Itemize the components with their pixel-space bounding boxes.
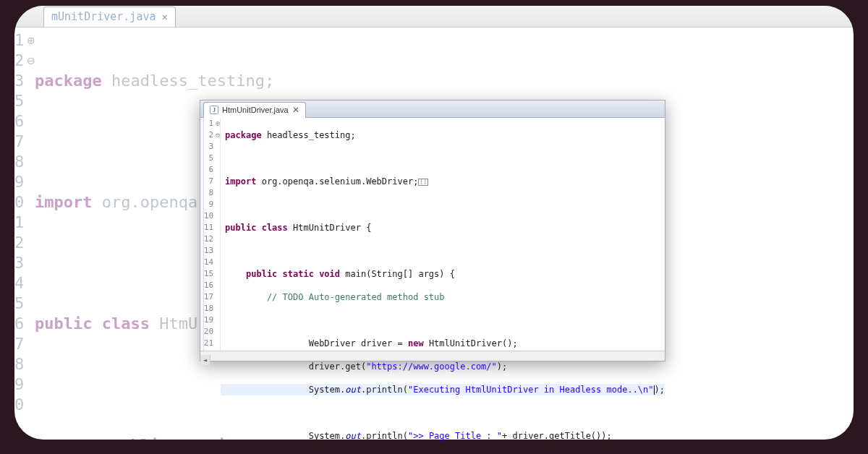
folded-code-icon[interactable]: [] <box>418 179 428 186</box>
fg-tab-title: HtmUnitDriver.java <box>222 106 289 114</box>
close-icon[interactable]: ✕ <box>162 11 168 22</box>
fg-code-lines[interactable]: package headless_testing; import org.ope… <box>221 118 665 351</box>
fg-line-gutter: 1 2 3 5 6 7 8 9 10 11 12 13 14 15 16 17 … <box>204 118 216 351</box>
highlighted-line: System.out.println("Executing HtmlUnitDr… <box>221 384 665 395</box>
fold-collapse-icon[interactable]: ⊖ <box>216 129 220 141</box>
fold-expand-icon[interactable]: ⊕ <box>27 30 35 51</box>
bg-fold-gutter: ⊕ ⊖ <box>27 30 35 440</box>
horizontal-scrollbar[interactable]: ◄ <box>200 351 665 361</box>
fg-editor-tab[interactable]: J HtmUnitDriver.java ✕ <box>203 102 306 118</box>
bg-tab-bar: mUnitDriver.java ✕ <box>14 6 854 27</box>
java-file-icon: J <box>210 106 218 114</box>
fg-fold-gutter: ⊕ ⊖ <box>216 118 221 351</box>
scroll-left-icon[interactable]: ◄ <box>200 355 210 365</box>
bg-line-gutter: 1 2 3 5 6 7 8 9 0 1 2 3 4 5 6 7 8 9 0 <box>14 30 27 440</box>
page-background: mUnitDriver.java ✕ 1 2 3 5 6 7 8 9 0 1 2… <box>0 0 868 454</box>
fg-tab-bar: J HtmUnitDriver.java ✕ <box>200 100 665 118</box>
foreground-editor: J HtmUnitDriver.java ✕ 1 2 3 5 6 7 8 9 1… <box>200 100 665 361</box>
fg-editor-body: 1 2 3 5 6 7 8 9 10 11 12 13 14 15 16 17 … <box>200 118 665 351</box>
bg-tab-title: mUnitDriver.java <box>51 10 156 23</box>
close-icon[interactable]: ✕ <box>292 105 299 115</box>
bg-editor-tab[interactable]: mUnitDriver.java ✕ <box>43 7 176 27</box>
fold-collapse-icon[interactable]: ⊖ <box>27 51 35 71</box>
fold-expand-icon[interactable]: ⊕ <box>216 118 220 129</box>
